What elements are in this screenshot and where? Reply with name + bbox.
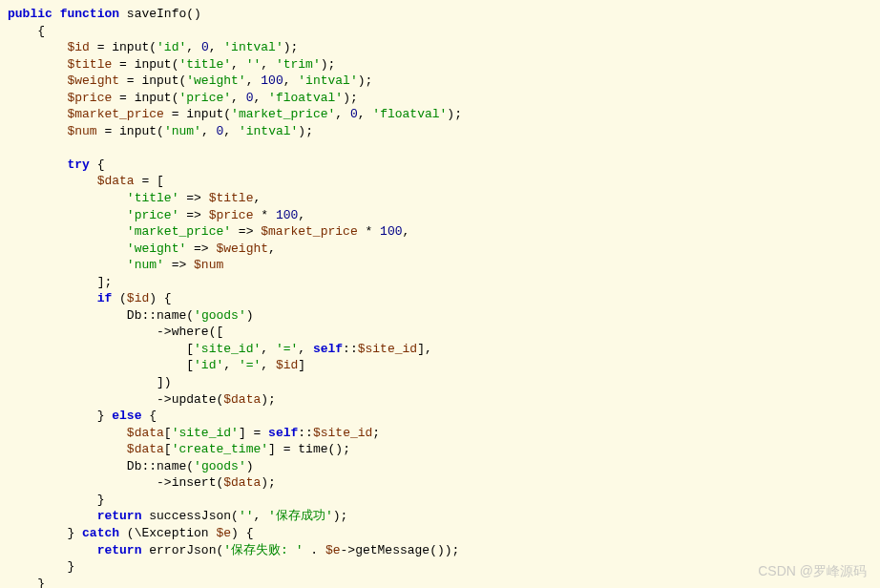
str: 'price' xyxy=(178,91,231,105)
p: ; xyxy=(350,91,358,105)
var: $price xyxy=(67,91,112,105)
str: '保存失败: ' xyxy=(223,543,303,557)
p: ( xyxy=(186,459,194,473)
op: => xyxy=(186,242,216,256)
var: $title xyxy=(209,191,254,205)
p: ) xyxy=(358,74,366,88)
fn-name: saveInfo xyxy=(127,7,186,21)
str: '=' xyxy=(239,358,261,372)
str: 'num' xyxy=(164,124,201,138)
p: ; xyxy=(452,543,460,557)
keyword-public: public xyxy=(8,7,52,21)
str: '' xyxy=(246,57,262,72)
p: ] xyxy=(298,358,305,372)
op: = xyxy=(97,124,119,138)
var: $data xyxy=(223,475,261,490)
p: ) { xyxy=(231,526,253,540)
op: = xyxy=(112,57,134,72)
str: 'price' xyxy=(127,208,179,222)
str: '=' xyxy=(276,342,298,356)
kw: else xyxy=(104,409,141,423)
p: ) xyxy=(321,57,328,72)
str: 'floatval' xyxy=(372,107,447,121)
p: , xyxy=(403,224,410,239)
str: 'weight' xyxy=(186,74,245,88)
op: * xyxy=(358,224,380,239)
p: , xyxy=(201,124,217,138)
p: , xyxy=(223,124,239,138)
p: , xyxy=(209,40,224,54)
p: ( xyxy=(231,509,239,523)
op: -> xyxy=(341,543,356,557)
p: ] xyxy=(239,426,246,440)
str: 'market_price' xyxy=(231,107,335,121)
str: 'trim' xyxy=(276,57,321,72)
num: 0 xyxy=(350,107,358,121)
str: 'weight' xyxy=(127,242,186,256)
p: ; xyxy=(454,107,462,121)
fn: errorJson xyxy=(149,543,216,557)
str: 'id' xyxy=(157,40,186,54)
str: 'intval' xyxy=(223,40,283,54)
op: = xyxy=(135,174,157,188)
num: 100 xyxy=(380,224,402,239)
var: $data xyxy=(223,392,261,407)
p: , xyxy=(186,40,201,54)
var: $weight xyxy=(216,242,268,256)
p: , xyxy=(425,342,432,356)
p: ) xyxy=(164,375,172,389)
p: ; xyxy=(291,40,299,54)
str: 'id' xyxy=(194,358,223,372)
var: $id xyxy=(67,40,89,54)
p: , xyxy=(254,509,269,523)
p: ; xyxy=(268,392,276,407)
p: ; xyxy=(305,124,313,138)
p: ) xyxy=(246,308,254,323)
op: -> xyxy=(157,475,172,490)
p: } xyxy=(37,577,45,588)
str: 'site_id' xyxy=(194,342,261,356)
p: ( xyxy=(149,40,157,54)
fn: input xyxy=(141,74,178,88)
p: ) xyxy=(333,509,341,523)
op: -> xyxy=(157,392,172,407)
var: $title xyxy=(67,57,112,72)
kw: if xyxy=(97,291,113,305)
p: , xyxy=(254,91,269,105)
paren: ) xyxy=(194,7,201,21)
p: :: xyxy=(141,308,157,323)
p: ) xyxy=(335,442,343,456)
paren: ( xyxy=(186,7,194,21)
p: [ xyxy=(164,426,172,440)
fn: getMessage xyxy=(355,543,430,557)
p: , xyxy=(298,208,305,222)
p: :: xyxy=(298,426,313,440)
fn: update xyxy=(172,392,217,407)
fn: where xyxy=(172,325,209,339)
var: $market_price xyxy=(261,224,357,239)
op: = xyxy=(276,442,298,456)
p: [ xyxy=(164,442,172,456)
num: 0 xyxy=(246,91,254,105)
p: ) xyxy=(437,543,445,557)
op: => xyxy=(178,208,208,222)
p: [ xyxy=(216,325,223,339)
var: $id xyxy=(127,291,149,305)
p: , xyxy=(261,57,276,72)
kw: self xyxy=(268,426,298,440)
str: 'num' xyxy=(127,258,164,272)
op: => xyxy=(231,224,261,239)
p: ( xyxy=(157,124,164,138)
str: 'floatval' xyxy=(268,91,343,105)
fn: name xyxy=(157,308,186,323)
p: { xyxy=(90,158,105,172)
p: [ xyxy=(157,174,164,188)
p: ) xyxy=(261,392,268,407)
fn: input xyxy=(186,107,223,121)
p: ) xyxy=(283,40,291,54)
watermark-text: CSDN @罗峰源码 xyxy=(758,562,867,580)
op: * xyxy=(253,208,275,222)
str: '保存成功' xyxy=(268,509,333,523)
p: } xyxy=(67,559,74,574)
p: { xyxy=(141,409,157,423)
